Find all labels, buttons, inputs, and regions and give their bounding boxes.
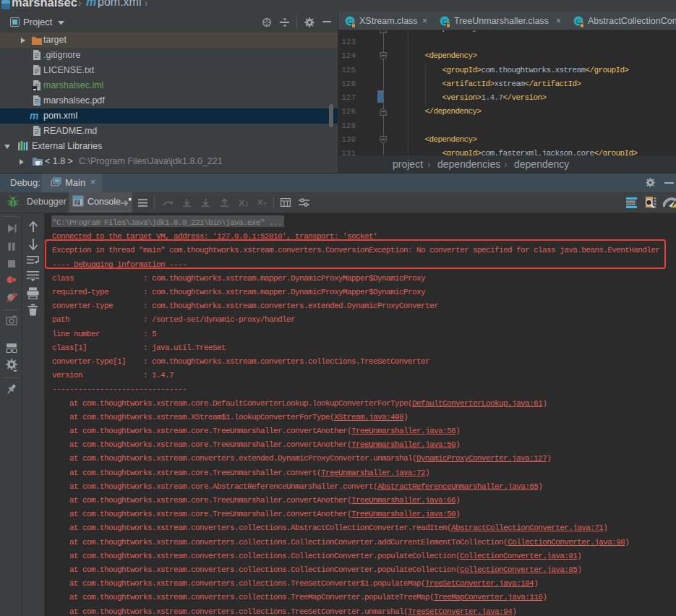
svg-text:T: T xyxy=(263,201,268,207)
svg-text:1: 1 xyxy=(245,200,249,207)
svg-text:?: ? xyxy=(36,100,40,107)
